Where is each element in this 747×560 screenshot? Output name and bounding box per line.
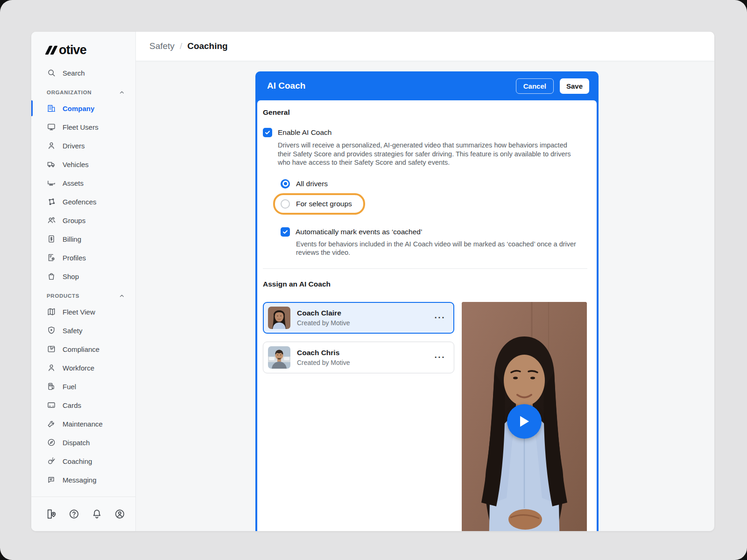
- sidebar-item-label: Messaging: [63, 476, 97, 484]
- panel-header: AI Coach Cancel Save: [255, 71, 599, 100]
- radio-selected-icon[interactable]: [281, 179, 290, 189]
- check-icon: [265, 130, 270, 135]
- wrench-icon: [47, 419, 56, 428]
- sidebar-item-coaching[interactable]: Coaching: [31, 452, 135, 470]
- sidebar-item-label: Geofences: [63, 198, 97, 206]
- auto-mark-label: Automatically mark events as ‘coached’: [296, 227, 422, 237]
- coach-name: Coach Claire: [297, 309, 350, 317]
- select-groups-highlight: For select groups: [273, 193, 365, 215]
- sidebar-item-safety[interactable]: Safety: [31, 321, 135, 340]
- geofence-icon: [47, 197, 56, 206]
- enable-ai-coach-label: Enable AI Coach: [278, 128, 331, 137]
- sidebar-item-compliance[interactable]: Compliance: [31, 340, 135, 358]
- chat-icon: [47, 475, 56, 484]
- all-drivers-option[interactable]: All drivers: [281, 179, 587, 189]
- motive-logo-mark-icon: [46, 46, 57, 55]
- sidebar-item-label: Shop: [63, 273, 79, 280]
- sidebar-item-search[interactable]: Search: [31, 63, 135, 82]
- sidebar-section-organization[interactable]: ORGANIZATION: [31, 82, 135, 99]
- all-drivers-label: All drivers: [296, 179, 328, 189]
- section-label: ORGANIZATION: [47, 90, 92, 95]
- search-icon: [47, 68, 56, 77]
- notifications-icon[interactable]: [91, 508, 103, 520]
- coach-list: Coach Claire Created by Motive ··· Coach…: [263, 302, 454, 373]
- sidebar-footer: [31, 497, 135, 531]
- audience-radio-group: All drivers For select groups: [281, 179, 587, 215]
- sidebar-item-maintenance[interactable]: Maintenance: [31, 414, 135, 433]
- auto-mark-checkbox[interactable]: [281, 227, 290, 237]
- sidebar-item-vehicles[interactable]: Vehicles: [31, 155, 135, 174]
- chevron-up-icon: [119, 293, 125, 299]
- layout-icon: [47, 344, 56, 354]
- breadcrumb-safety[interactable]: Safety: [149, 41, 175, 51]
- cancel-button[interactable]: Cancel: [516, 78, 554, 94]
- coach-chris-menu-button[interactable]: ···: [435, 355, 445, 360]
- person-icon: [47, 141, 56, 150]
- auto-mark-description: Events for behaviors included in the AI …: [296, 240, 576, 257]
- map-icon: [47, 307, 56, 316]
- breadcrumb: Safety / Coaching: [136, 32, 714, 61]
- sidebar: otive Search ORGANIZATION Company Fleet …: [31, 32, 136, 531]
- sidebar-section-products[interactable]: PRODUCTS: [31, 286, 135, 302]
- sidebar-item-label: Maintenance: [63, 420, 103, 428]
- ai-coach-panel: AI Coach Cancel Save General Enable AI C…: [255, 71, 599, 531]
- sidebar-item-fuel[interactable]: Fuel: [31, 377, 135, 396]
- sidebar-item-label: Search: [63, 69, 85, 77]
- general-heading: General: [263, 108, 587, 117]
- assign-heading: Assign an AI Coach: [263, 280, 587, 288]
- sidebar-item-label: Groups: [63, 217, 85, 224]
- coach-chris-text: Coach Chris Created by Motive: [297, 349, 350, 366]
- sidebar-item-groups[interactable]: Groups: [31, 211, 135, 230]
- sidebar-item-dispatch[interactable]: Dispatch: [31, 433, 135, 452]
- sidebar-item-label: Fleet Users: [63, 123, 99, 131]
- coach-card-chris[interactable]: Coach Chris Created by Motive ···: [263, 342, 454, 373]
- sidebar-item-fleet-view[interactable]: Fleet View: [31, 302, 135, 321]
- monitor-icon: [47, 122, 56, 132]
- building-icon: [47, 104, 56, 113]
- sidebar-item-label: Billing: [63, 235, 81, 243]
- coach-claire-menu-button[interactable]: ···: [435, 315, 445, 320]
- breadcrumb-coaching: Coaching: [187, 41, 228, 51]
- sidebar-item-label: Coaching: [63, 457, 92, 465]
- sidebar-item-workforce[interactable]: Workforce: [31, 358, 135, 377]
- coach-name: Coach Chris: [297, 349, 350, 357]
- radio-unselected-icon[interactable]: [281, 199, 290, 209]
- sidebar-item-profiles[interactable]: Profiles: [31, 248, 135, 267]
- sidebar-item-cards[interactable]: Cards: [31, 396, 135, 414]
- panel-body: General Enable AI Coach Drivers will rec…: [257, 100, 597, 531]
- sidebar-item-billing[interactable]: Billing: [31, 230, 135, 248]
- sidebar-item-shop[interactable]: Shop: [31, 267, 135, 286]
- sidebar-item-drivers[interactable]: Drivers: [31, 136, 135, 155]
- enable-ai-coach-checkbox[interactable]: [263, 128, 272, 137]
- coach-claire-text: Coach Claire Created by Motive: [297, 309, 350, 327]
- invoice-icon: [47, 234, 56, 244]
- motive-logo-text: otive: [59, 44, 86, 56]
- save-button[interactable]: Save: [560, 78, 589, 94]
- sidebar-item-label: Company: [63, 105, 94, 112]
- account-icon[interactable]: [114, 508, 126, 520]
- sidebar-item-fleet-users[interactable]: Fleet Users: [31, 118, 135, 136]
- trailer-icon: [47, 178, 56, 188]
- coach-claire-avatar: [268, 307, 290, 329]
- coach-card-claire[interactable]: Coach Claire Created by Motive ···: [263, 302, 454, 334]
- play-button[interactable]: [507, 404, 542, 439]
- breadcrumb-separator: /: [180, 41, 182, 51]
- sidebar-item-company[interactable]: Company: [31, 99, 135, 118]
- sidebar-item-messaging[interactable]: Messaging: [31, 470, 135, 489]
- sidebar-item-label: Profiles: [63, 254, 86, 262]
- coach-video-preview[interactable]: 0:05: [462, 302, 587, 531]
- sidebar-item-assets[interactable]: Assets: [31, 174, 135, 192]
- sidebar-item-label: Vehicles: [63, 161, 89, 168]
- resources-icon[interactable]: [45, 508, 57, 520]
- section-divider: [263, 268, 587, 269]
- play-icon: [518, 415, 530, 428]
- sidebar-item-geofences[interactable]: Geofences: [31, 192, 135, 211]
- motive-logo: otive: [31, 32, 135, 57]
- sidebar-item-label: Compliance: [63, 345, 99, 353]
- enable-ai-coach-description: Drivers will receive a personalized, AI-…: [278, 141, 574, 167]
- sidebar-item-label: Fleet View: [63, 308, 95, 316]
- people-icon: [47, 216, 56, 225]
- auto-mark-row: Automatically mark events as ‘coached’: [281, 227, 587, 237]
- help-icon[interactable]: [68, 508, 80, 520]
- coach-subtitle: Created by Motive: [297, 319, 350, 327]
